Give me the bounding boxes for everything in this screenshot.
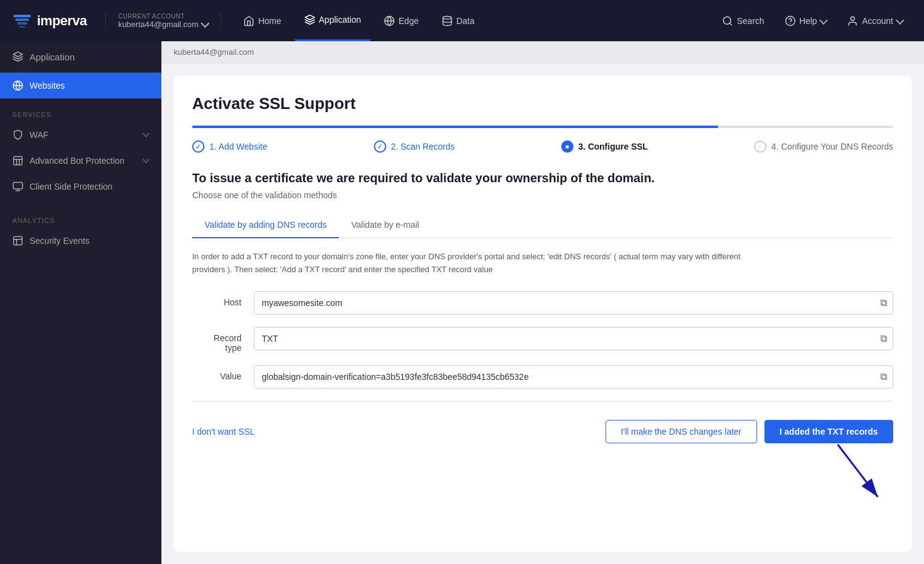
panel-title: Activate SSL Support [192, 94, 893, 113]
current-account-email: kuberta44@gmail.com [118, 20, 208, 29]
step-4: ○ 4. Configure Your DNS Records [754, 140, 893, 153]
nav-edge[interactable]: Edge [374, 0, 429, 41]
no-ssl-button[interactable]: I don't want SSL [192, 427, 255, 437]
value-copy-icon[interactable]: ⧉ [880, 371, 887, 382]
main-content: kuberta44@gmail.com Activate SSL Support… [161, 41, 924, 564]
breadcrumb: kuberta44@gmail.com [161, 41, 924, 63]
step-1: ✓ 1. Add Website [192, 140, 267, 153]
globe-icon [384, 15, 395, 26]
host-label: Host [192, 291, 241, 307]
step-3-icon: ● [561, 140, 573, 153]
value-input[interactable] [254, 365, 893, 389]
record-type-field-row: Recordtype ⧉ [192, 327, 893, 353]
ownership-title: To issue a certificate we are required t… [192, 171, 893, 185]
analytics-section-label: ANALYTICS [0, 209, 161, 228]
waf-chevron-icon [143, 130, 149, 140]
bot-icon [12, 155, 23, 166]
sidebar-client-side[interactable]: Client Side Protection [0, 174, 161, 199]
sidebar-security-events[interactable]: Security Events [0, 228, 161, 254]
value-field-row: Value ⧉ [192, 365, 893, 389]
instructions: In order to add a TXT record to your dom… [192, 251, 747, 276]
host-input-wrapper: ⧉ [254, 291, 893, 315]
right-actions: I'll make the DNS changes later I added … [606, 420, 893, 443]
step-4-icon: ○ [754, 140, 766, 153]
search-icon [722, 15, 733, 26]
svg-rect-1 [15, 18, 29, 21]
sidebar-advanced-bot-label: Advanced Bot Protection [30, 156, 137, 166]
host-input[interactable] [254, 291, 893, 315]
svg-rect-0 [14, 15, 31, 17]
step-1-label: 1. Add Website [209, 142, 267, 151]
svg-marker-13 [14, 52, 23, 57]
sidebar-websites[interactable]: Websites [0, 73, 161, 99]
svg-rect-20 [14, 236, 22, 245]
record-type-label: Recordtype [192, 327, 241, 353]
websites-icon [12, 80, 23, 91]
content-panel: Activate SSL Support ✓ 1. Add Website ✓ … [174, 76, 912, 552]
logo-text: imperva [37, 13, 87, 29]
later-button[interactable]: I'll make the DNS changes later [606, 420, 757, 443]
validation-tabs: Validate by adding DNS records Validate … [192, 212, 893, 238]
search-button[interactable]: Search [713, 0, 772, 41]
security-events-icon [12, 235, 23, 246]
sidebar-application-item[interactable]: Application [0, 41, 161, 73]
sidebar-waf[interactable]: WAF [0, 122, 161, 148]
svg-point-12 [851, 17, 854, 20]
user-icon [847, 15, 858, 26]
progress-bar [192, 126, 893, 128]
svg-line-22 [838, 445, 878, 497]
nav-items: Home Application Edge Data [233, 0, 713, 41]
record-type-copy-icon[interactable]: ⧉ [880, 333, 887, 344]
nav-application[interactable]: Application [294, 0, 371, 41]
svg-rect-16 [14, 156, 22, 165]
value-label: Value [192, 365, 241, 381]
account-chevron-icon [201, 19, 209, 28]
main-layout: Application Websites SERVICES WAF [0, 41, 924, 564]
logo[interactable]: imperva [12, 11, 87, 31]
sidebar-waf-label: WAF [30, 130, 137, 140]
nav-data[interactable]: Data [432, 0, 485, 41]
sidebar-services-section: SERVICES WAF Advanced Bot Protection [0, 99, 161, 204]
sidebar-application-label: Application [30, 52, 149, 62]
sidebar-websites-label: Websites [30, 81, 149, 91]
host-copy-icon[interactable]: ⧉ [880, 297, 887, 308]
record-type-input[interactable] [254, 327, 893, 350]
nav-right: Search Help Account [713, 0, 912, 41]
layers-icon [304, 14, 315, 25]
help-icon [785, 15, 796, 26]
current-account-dropdown[interactable]: CURRENT ACCOUNT kuberta44@gmail.com [105, 13, 221, 29]
sidebar-client-side-label: Client Side Protection [30, 182, 149, 191]
step-2-icon: ✓ [374, 140, 386, 153]
record-type-input-wrapper: ⧉ [254, 327, 893, 350]
client-side-icon [12, 181, 23, 192]
step-2: ✓ 2. Scan Records [374, 140, 455, 153]
svg-rect-17 [14, 182, 23, 189]
sidebar-security-events-label: Security Events [30, 236, 149, 246]
account-button[interactable]: Account [838, 0, 912, 41]
svg-point-7 [443, 16, 452, 19]
bottom-actions: I don't want SSL I'll make the DNS chang… [192, 414, 893, 443]
help-button[interactable]: Help [776, 0, 836, 41]
svg-line-9 [730, 23, 732, 25]
svg-rect-2 [17, 22, 27, 25]
svg-rect-3 [19, 26, 25, 28]
waf-icon [12, 129, 23, 140]
nav-home[interactable]: Home [233, 0, 291, 41]
step-3-label: 3. Configure SSL [578, 142, 648, 151]
sidebar-layers-icon [12, 51, 23, 62]
added-records-button[interactable]: I added the TXT records [764, 420, 893, 443]
step-1-icon: ✓ [192, 140, 205, 153]
tab-dns-records[interactable]: Validate by adding DNS records [192, 212, 339, 238]
bot-chevron-icon [143, 156, 149, 166]
value-input-wrapper: ⧉ [254, 365, 893, 389]
sidebar-advanced-bot[interactable]: Advanced Bot Protection [0, 148, 161, 174]
tab-email[interactable]: Validate by e-mail [339, 212, 431, 238]
host-field-row: Host ⧉ [192, 291, 893, 315]
account-chevron-icon [896, 15, 904, 24]
divider [192, 401, 893, 401]
home-icon [243, 15, 254, 26]
help-chevron-icon [819, 15, 828, 24]
sidebar: Application Websites SERVICES WAF [0, 41, 161, 564]
sidebar-analytics-section: ANALYTICS Security Events [0, 204, 161, 259]
svg-marker-4 [305, 15, 314, 20]
